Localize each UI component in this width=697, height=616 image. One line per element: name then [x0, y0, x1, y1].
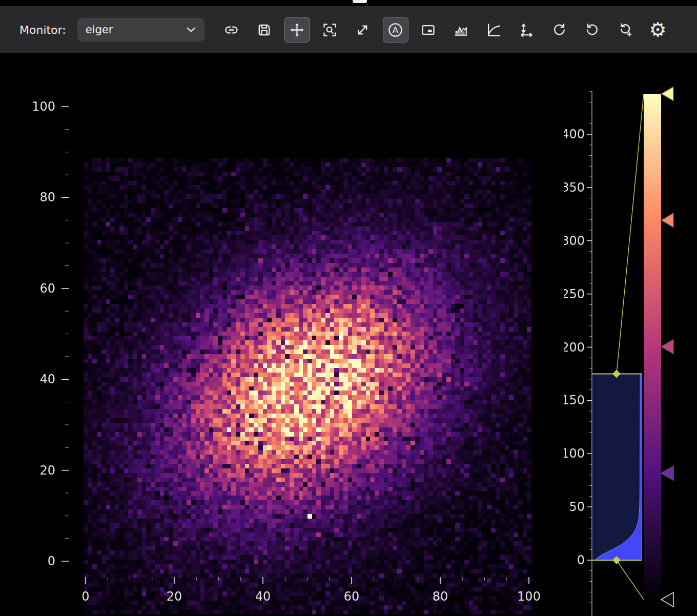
- rotate-reset-button[interactable]: [612, 17, 638, 43]
- gradient-tick[interactable]: [661, 87, 673, 101]
- window-tab-indicator: [353, 0, 367, 3]
- svg-text:A: A: [393, 25, 399, 35]
- x-tick-label: 80: [433, 589, 448, 604]
- monitor-label: Monitor:: [19, 24, 66, 36]
- gradient-tick[interactable]: [661, 466, 673, 480]
- y-tick-label: 80: [39, 190, 55, 204]
- pan-button[interactable]: [284, 17, 310, 43]
- hist-tick-label: 200: [564, 340, 585, 355]
- frame-icon: [420, 22, 436, 38]
- save-button[interactable]: [252, 17, 277, 43]
- autoscale-button[interactable]: A: [383, 17, 408, 43]
- lut-region[interactable]: [592, 374, 642, 560]
- toolbar: Monitor: eiger: [0, 6, 697, 53]
- histogram-lut-panel[interactable]: 050100150200250300350400: [564, 53, 697, 616]
- monitor-select-value: eiger: [86, 24, 113, 36]
- hist-tick-label: 350: [564, 180, 585, 195]
- gradient-bar[interactable]: [644, 94, 661, 600]
- hist-tick-label: 300: [564, 234, 585, 248]
- toolbar-buttons: A: [219, 17, 671, 43]
- gradient-tick[interactable]: [661, 213, 673, 228]
- hist-tick-label: 0: [577, 553, 585, 567]
- rotate-ccw-button[interactable]: [580, 17, 605, 43]
- x-tick-label: 40: [255, 589, 271, 604]
- histogram-button[interactable]: [448, 17, 474, 43]
- autoscale-a-icon: A: [387, 22, 404, 38]
- gear-icon: ⚙: [649, 20, 667, 39]
- chevron-down-icon: [186, 27, 196, 33]
- resize-diagonal-icon: [355, 22, 371, 38]
- lut-connector-top: [617, 94, 644, 374]
- plot-axes: 020406080100020406080100: [0, 53, 564, 616]
- hist-tick-label: 150: [564, 393, 585, 407]
- y-tick-label: 20: [39, 463, 55, 478]
- gradient-tick[interactable]: [661, 592, 673, 607]
- y-tick-label: 0: [48, 554, 55, 568]
- link-icon: [223, 22, 239, 38]
- settings-button[interactable]: ⚙: [645, 17, 671, 43]
- hist-tick-label: 400: [564, 127, 585, 141]
- x-tick-label: 20: [167, 589, 182, 604]
- hist-tick-label: 250: [564, 287, 585, 301]
- x-tick-label: 0: [81, 589, 89, 604]
- axes-range-icon: [519, 22, 535, 38]
- lut-connector-bottom: [617, 560, 644, 600]
- y-tick-label: 40: [39, 372, 55, 386]
- y-tick-label: 100: [32, 99, 55, 114]
- hist-tick-label: 100: [564, 446, 585, 461]
- zoom-region-button[interactable]: [317, 17, 343, 43]
- histogram-icon: [453, 22, 469, 38]
- rotate-reset-icon: [617, 22, 633, 38]
- zoom-region-icon: [322, 22, 338, 38]
- pan-move-icon: [289, 22, 305, 38]
- y-tick-label: 60: [39, 281, 55, 296]
- window-top-strip: [0, 0, 697, 6]
- monitor-select[interactable]: eiger: [77, 18, 204, 42]
- rotate-ccw-icon: [584, 22, 600, 38]
- hist-tick-label: 50: [569, 500, 585, 514]
- x-tick-label: 60: [344, 589, 360, 604]
- rotate-cw-icon: [551, 22, 567, 38]
- rotate-cw-button[interactable]: [547, 17, 572, 43]
- gradient-tick[interactable]: [661, 340, 673, 354]
- frame-button[interactable]: [416, 17, 441, 43]
- log-curve-icon: [486, 22, 502, 38]
- x-tick-label: 100: [517, 589, 541, 604]
- log-curve-button[interactable]: [481, 17, 507, 43]
- link-button[interactable]: [219, 17, 244, 43]
- resize-button[interactable]: [350, 17, 376, 43]
- save-icon: [256, 22, 272, 38]
- axes-range-button[interactable]: [514, 17, 540, 43]
